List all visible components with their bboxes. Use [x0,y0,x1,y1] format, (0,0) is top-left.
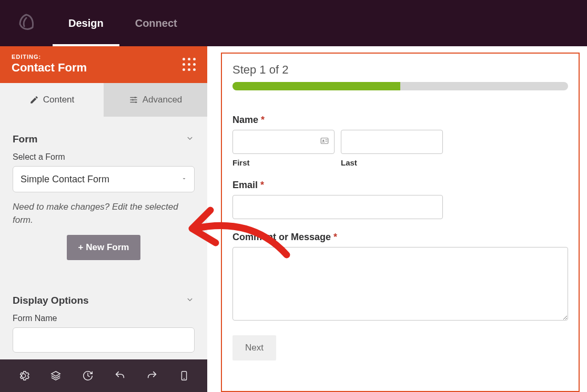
form-name-input[interactable] [13,327,195,353]
form-name-label: Form Name [13,314,195,323]
tab-connect[interactable]: Connect [119,0,193,46]
first-name-input[interactable] [232,130,335,154]
select-form-label: Select a Form [13,152,195,162]
section-form-title: Form [13,133,38,145]
settings-button[interactable] [12,370,35,381]
form-preview[interactable]: Step 1 of 2 Name * First [221,53,580,392]
redo-icon [146,370,158,381]
bottom-toolbar [0,359,207,392]
last-sublabel: Last [341,158,443,167]
history-button[interactable] [76,370,99,381]
progress-bar [232,82,568,90]
pencil-icon [29,95,39,105]
editing-title: Contact Form [12,61,87,75]
preview-canvas: Step 1 of 2 Name * First [207,46,587,392]
history-icon [82,370,94,381]
sliders-icon [129,95,138,105]
first-sublabel: First [232,158,335,167]
name-label: Name * [232,115,568,126]
svg-point-4 [184,378,185,379]
responsive-button[interactable] [173,370,196,381]
svg-point-6 [322,140,324,141]
editing-label: EDITING: [12,54,87,60]
svg-point-0 [134,97,136,98]
undo-icon [114,370,126,381]
section-form-header[interactable]: Form [13,128,195,152]
svg-point-1 [132,99,134,101]
section-display-header[interactable]: Display Options [13,290,195,314]
new-form-button[interactable]: + New Form [67,235,141,260]
comment-label: Comment or Message * [232,232,568,243]
field-comment: Comment or Message * [232,232,568,323]
layers-icon [50,370,62,381]
panel-body: Form Select a Form Simple Contact Form N… [0,117,207,392]
svg-point-2 [135,101,137,103]
comment-textarea[interactable] [232,247,568,321]
nav-tabs: Design Connect [53,0,193,46]
undo-button[interactable] [108,370,131,381]
drag-handle-icon[interactable] [183,58,196,71]
section-display-title: Display Options [13,295,89,306]
tab-design[interactable]: Design [53,0,119,46]
panel-subtabs: Content Advanced [0,83,207,117]
chevron-down-icon [185,295,195,306]
subtab-content-label: Content [43,95,75,105]
subtab-content[interactable]: Content [0,83,104,117]
leaf-icon [16,13,37,34]
layers-button[interactable] [44,370,67,381]
last-name-input[interactable] [341,130,443,154]
field-email: Email * [232,180,568,219]
subtab-advanced-label: Advanced [143,95,183,105]
subtab-advanced[interactable]: Advanced [104,83,207,117]
chevron-down-icon [185,133,195,145]
mobile-icon [178,370,190,381]
brand-logo [0,13,53,34]
email-label: Email * [232,180,568,191]
sidebar: EDITING: Contact Form Content Advanced F… [0,46,207,392]
email-input[interactable] [232,195,443,219]
next-button[interactable]: Next [232,335,276,360]
redo-button[interactable] [140,370,164,381]
field-name: Name * First Last [232,115,568,167]
step-indicator: Step 1 of 2 [232,63,568,77]
progress-fill [232,82,400,90]
editing-header: EDITING: Contact Form [0,46,207,83]
select-form-dropdown[interactable]: Simple Contact Form [13,166,195,192]
gear-icon [18,370,29,381]
contact-card-icon [320,136,329,148]
svg-rect-5 [321,138,328,144]
top-nav: Design Connect [0,0,587,46]
edit-form-help-text: Need to make changes? Edit the selected … [13,201,195,226]
